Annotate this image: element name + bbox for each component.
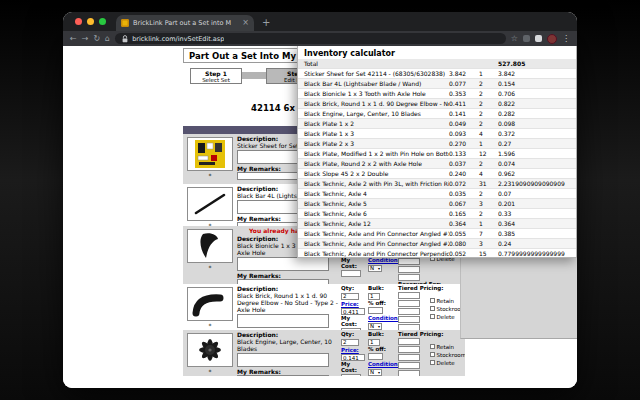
footnote-marker[interactable]: *	[183, 368, 237, 375]
condition-link[interactable]: Condition:	[368, 316, 395, 322]
bionicle-tooth-icon	[188, 230, 232, 262]
engine-fan-icon	[188, 334, 232, 366]
bar-4l-icon	[188, 188, 232, 220]
profile-avatar[interactable]	[547, 34, 557, 44]
calc-row: Black Technic, Axle and Pin Connector An…	[298, 239, 576, 249]
table-row: *Description:Black Engine, Large, Center…	[183, 330, 465, 376]
description-textarea[interactable]	[237, 314, 329, 328]
bulk-condition-column: Bulk:% off:Condition:N▾	[368, 331, 395, 376]
pct-off-label: % off:	[368, 301, 395, 307]
retain-checkbox[interactable]	[430, 298, 435, 303]
window-zoom-button[interactable]	[99, 18, 106, 25]
url-bar[interactable]: bricklink.com/invSetEdit.asp	[115, 33, 506, 44]
condition-select[interactable]: N▾	[368, 323, 382, 330]
calc-item-total: 3.842	[498, 69, 576, 78]
home-icon[interactable]: ⌂	[105, 34, 110, 44]
price-input[interactable]	[341, 308, 365, 315]
condition-link[interactable]: Condition:	[368, 362, 395, 368]
price-input[interactable]	[341, 354, 365, 361]
tiered-pricing-grid	[398, 292, 428, 331]
forward-icon[interactable]: →	[82, 34, 89, 44]
my-cost-input[interactable]	[341, 374, 361, 376]
tiered-price-input[interactable]	[398, 308, 420, 315]
calc-row: Black Technic, Axle 40.03520.07	[298, 189, 576, 199]
price-link[interactable]: Price:	[341, 348, 365, 354]
my-cost-input[interactable]	[341, 270, 361, 277]
calc-row: Black Technic, Axle and Pin Connector An…	[298, 229, 576, 239]
delete-checkbox[interactable]	[430, 360, 435, 365]
tiered-price-input[interactable]	[398, 354, 420, 361]
tiered-price-input[interactable]	[398, 316, 420, 323]
price-link[interactable]: Price:	[341, 302, 365, 308]
tiered-price-input[interactable]	[398, 274, 420, 281]
calc-item-description: Black Technic, Axle 6	[298, 209, 449, 218]
tiered-price-input[interactable]	[398, 338, 420, 345]
extension-icon-2[interactable]	[535, 35, 542, 42]
tab-close-icon[interactable]: ×	[242, 19, 249, 27]
description-textarea[interactable]	[237, 353, 329, 367]
tiered-price-input[interactable]	[398, 292, 420, 299]
calc-item-price: 0.270	[449, 139, 479, 148]
condition-select[interactable]: N▾	[368, 265, 382, 272]
my-cost-label: My Cost:	[341, 362, 357, 373]
tiered-price-input[interactable]	[398, 346, 420, 353]
calc-item-qty: 3	[479, 199, 498, 208]
bulk-input[interactable]	[368, 293, 380, 300]
calc-item-total: 2.2319090909090909	[498, 179, 576, 188]
delete-checkbox[interactable]	[430, 314, 435, 319]
calc-row: Black Plate 1 x 20.04920.098	[298, 119, 576, 129]
calc-item-description: Black Technic, Axle and Pin Connector An…	[298, 239, 449, 248]
calc-row: Black Technic, Axle 2 with Pin 3L, with …	[298, 179, 576, 189]
footnote-marker[interactable]: *	[183, 222, 237, 226]
browser-window: BrickLink Part out a Set into M × + ← → …	[63, 12, 577, 388]
calc-row: Black Bionicle 1 x 3 Tooth with Axle Hol…	[298, 89, 576, 99]
condition-link[interactable]: Condition:	[368, 258, 395, 264]
calc-item-qty: 2	[479, 189, 498, 198]
my-remarks-input[interactable]	[237, 279, 329, 284]
stockroom-checkbox[interactable]	[430, 306, 435, 311]
delete-checkbox-label: Delete	[437, 314, 455, 320]
retain-checkbox[interactable]	[430, 344, 435, 349]
my-remarks-input[interactable]	[237, 375, 329, 376]
bookmark-star-icon[interactable]: ☆	[511, 34, 518, 44]
tiered-price-input[interactable]	[398, 324, 420, 331]
calc-item-total: 0.074	[498, 159, 576, 168]
reload-icon[interactable]: ↻	[93, 34, 100, 44]
tiered-price-input[interactable]	[398, 362, 420, 369]
back-icon[interactable]: ←	[70, 34, 77, 44]
qty-input[interactable]	[341, 293, 359, 300]
qty-input[interactable]	[341, 339, 359, 346]
bulk-input[interactable]	[368, 339, 380, 346]
footnote-marker[interactable]: *	[183, 322, 237, 329]
new-tab-button[interactable]: +	[254, 15, 278, 31]
stockroom-checkbox[interactable]	[430, 352, 435, 357]
footnote-marker[interactable]: *	[183, 172, 237, 179]
description-textarea[interactable]	[237, 257, 329, 271]
calc-item-total: 0.282	[498, 109, 576, 118]
calc-item-total: 1.596	[498, 149, 576, 158]
tiered-column: Tiered Pricing:RetainStockroomDeleteRese…	[398, 331, 465, 376]
calc-item-price: 0.072	[449, 179, 479, 188]
calc-item-qty: 3	[479, 239, 498, 248]
extension-icon[interactable]	[523, 35, 530, 42]
calc-item-price: 0.165	[449, 209, 479, 218]
tiered-price-input[interactable]	[398, 300, 420, 307]
my-cost-input[interactable]	[341, 328, 361, 330]
window-close-button[interactable]	[75, 18, 82, 25]
footnote-marker[interactable]: *	[183, 264, 237, 271]
tiered-price-input[interactable]	[398, 370, 420, 377]
tiered-price-input[interactable]	[398, 258, 420, 265]
pct-off-input[interactable]	[368, 307, 383, 314]
browser-tab[interactable]: BrickLink Part out a Set into M ×	[116, 15, 254, 31]
tiered-price-input[interactable]	[398, 266, 420, 273]
pct-off-input[interactable]	[368, 353, 383, 360]
inventory-calculator-popup: Inventory calculator Total 527.805 Stick…	[297, 46, 577, 258]
window-minimize-button[interactable]	[87, 18, 94, 25]
calc-row: Black Brick, Round 1 x 1 d. 90 Degree El…	[298, 99, 576, 109]
calc-item-description: Black Plate, Round 2 x 2 with Axle Hole	[298, 159, 449, 168]
my-cost-label: My Cost:	[341, 316, 357, 327]
condition-select[interactable]: N▾	[368, 369, 382, 376]
part-image-cell: *	[183, 185, 237, 226]
calc-item-description: Black Technic, Axle 2 with Pin 3L, with …	[298, 179, 449, 188]
browser-menu-icon[interactable]: ⋮	[562, 34, 570, 44]
